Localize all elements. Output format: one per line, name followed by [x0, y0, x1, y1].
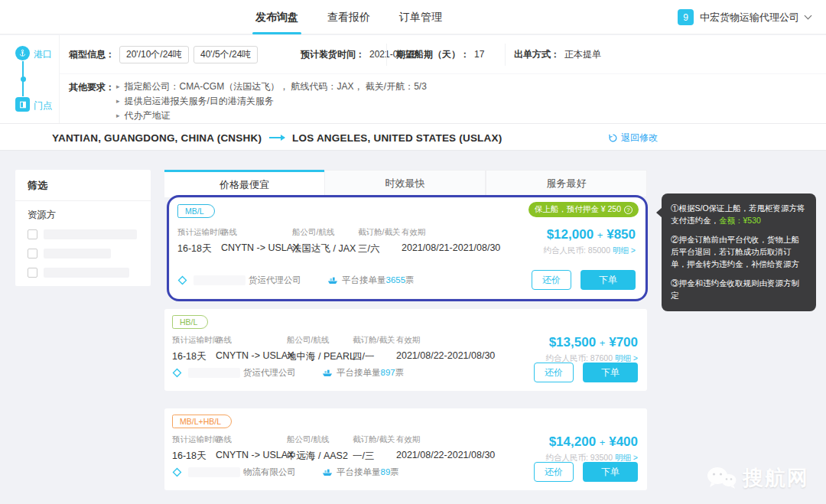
counter-offer-button[interactable]: 还价 [534, 462, 574, 482]
redacted-label-bar [44, 268, 129, 278]
validity-value: 2021/08/22-2021/08/30 [396, 450, 524, 460]
counter-offer-button[interactable]: 还价 [532, 270, 571, 290]
tab-cheapest-price[interactable]: 价格最便宜 [164, 170, 324, 197]
door-label: 门点 [34, 99, 52, 112]
return-modify-link[interactable]: 退回修改 [608, 124, 658, 151]
user-menu[interactable]: 9 中宏货物运输代理公司 [678, 0, 811, 34]
orders-prefix: 平台接单量 [337, 467, 381, 476]
divider [386, 44, 387, 66]
tab-best-service[interactable]: 服务最好 [486, 170, 647, 197]
redacted-label-bar [44, 249, 111, 259]
transit-label: 预计运输时间 [172, 335, 216, 346]
detail-link[interactable]: 明细 > [615, 353, 638, 363]
route-label: 路线 [216, 434, 287, 445]
carrier-label: 船公司/航线 [287, 434, 353, 445]
watermark: 搜航网 [705, 464, 809, 492]
summary-row-2: 其他要求： ▸指定船公司：CMA-CGM（法国达飞）， 航线代码：JAX， 截关… [60, 74, 826, 123]
price-block: $12,000 + ¥850 约合人民币: 85000 明细 > [529, 227, 636, 256]
price-block: $14,200 + ¥400 约合人民币: 93500 明细 > [524, 434, 638, 463]
redacted-company-prefix [193, 275, 246, 285]
route-bar: YANTIAN, GUANGDONG, CHINA (CNSHK) LOS AN… [0, 123, 826, 151]
triangle-bullet-icon: ▸ [116, 96, 120, 107]
port-anchor-icon [15, 46, 30, 60]
price-plus: + [600, 337, 606, 349]
route-value: CNYTN -> USLAX [216, 350, 287, 361]
tooltip-amount-highlight: 金额：¥530 [719, 216, 761, 225]
question-icon[interactable]: ? [624, 206, 633, 214]
summary-row-1: 箱型信息： 20'/10个/24吨 40'/5个/24吨 预计装货时间： 202… [60, 35, 826, 74]
price-cny: ¥850 [606, 227, 636, 242]
requirement-text: 提供启运港报关服务/目的港清关服务 [125, 96, 274, 107]
platform-orders: 平台接单量3655票 [327, 275, 415, 286]
forwarder-name: 货运代理公司 [249, 275, 301, 286]
transit-value: 16-18天 [177, 242, 221, 255]
transit-label: 预计运输时间 [177, 227, 221, 238]
approx-cny: 约合人民币: 85000 [543, 245, 610, 255]
platform-orders: 平台接单量89票 [322, 467, 399, 478]
cutoff-label: 截订舱/截关 [353, 335, 396, 346]
requirement-text: 代办产地证 [125, 110, 171, 122]
orders-suffix: 票 [405, 275, 415, 285]
price-usd: $13,500 [549, 335, 596, 350]
container-spec-20ft: 20'/10个/24吨 [119, 46, 189, 63]
triangle-bullet-icon: ▸ [116, 81, 120, 93]
schedule-group: 期望船期（天）： 17 [396, 35, 484, 73]
arrow-right-icon [269, 137, 285, 138]
offer-actions: 还价 下单 [534, 363, 638, 382]
orders-prefix: 平台接单量 [342, 275, 386, 285]
ship-icon [327, 276, 338, 285]
door-icon [15, 97, 30, 112]
detail-link[interactable]: 明细 > [615, 453, 638, 462]
offer-footer: 货运代理公司 平台接单量3655票 还价 下单 [177, 270, 636, 290]
nav-tab-publish-inquiry[interactable]: 发布询盘 [252, 0, 301, 34]
tooltip-paragraph-1: ①根据S/O保证上船，若甩柜资源方将支付违约金，金额：¥530 [671, 203, 807, 227]
ship-icon [322, 468, 333, 476]
requirement-text: 指定船公司：CMA-CGM（法国达飞）， 航线代码：JAX， 截关/开航：5/3 [125, 81, 427, 93]
price-usd: $14,200 [549, 434, 596, 449]
cutoff-value: 四/一 [353, 350, 396, 363]
transit-value: 16-18天 [172, 350, 216, 363]
destination-port: LOS ANGELES, UNITED STATES (USLAX) [292, 132, 502, 144]
price-plus: + [597, 229, 603, 241]
resource-checkbox[interactable] [28, 249, 37, 259]
deposit-badge: 保上船，预付押金 ¥ 250 ? [528, 202, 639, 217]
resource-option [15, 263, 151, 282]
offer-data-row: 预计运输时间16-18天 路线CNYTN -> USLAX 船公司/航线中远海 … [172, 434, 638, 463]
forwarder-name: 物流有限公司 [243, 467, 296, 478]
resource-option [15, 225, 151, 244]
route-mid-dot [21, 76, 26, 82]
bl-type-label: 出单方式： [514, 48, 560, 61]
approx-cny: 约合人民币: 93500 [545, 453, 613, 462]
place-order-button[interactable]: 下单 [583, 462, 638, 482]
schedule-value: 17 [474, 49, 484, 60]
offer-card-mbl: MB/L 保上船，预付押金 ¥ 250 ? 预计运输时间16-18天 路线CNY… [170, 198, 645, 298]
requirement-item: ▸代办产地证 [116, 110, 427, 122]
diamond-icon [177, 275, 187, 285]
carrier-value: 中远海 / AAS2 [287, 450, 353, 463]
resource-group-label: 资源方 [15, 201, 151, 225]
tab-fastest-transit[interactable]: 时效最快 [324, 170, 486, 197]
route-summary: YANTIAN, GUANGDONG, CHINA (CNSHK) LOS AN… [52, 124, 502, 151]
divider [505, 44, 506, 66]
validity-value: 2021/08/21-2021/08/30 [402, 242, 529, 253]
deposit-badge-text: 保上船，预付押金 ¥ 250 [535, 204, 621, 215]
filter-sidebar: 筛选 资源方 [15, 170, 151, 286]
orders-prefix: 平台接单量 [337, 368, 381, 377]
counter-offer-button[interactable]: 还价 [534, 363, 574, 382]
orders-count: 897 [381, 368, 395, 377]
resource-checkbox[interactable] [28, 268, 37, 278]
nav-tab-view-quotes[interactable]: 查看报价 [324, 0, 373, 34]
route-label: 路线 [216, 335, 287, 346]
place-order-button[interactable]: 下单 [580, 270, 636, 290]
detail-link[interactable]: 明细 > [613, 245, 636, 255]
redacted-company-prefix [188, 467, 240, 477]
orders-suffix: 票 [395, 368, 405, 377]
place-order-button[interactable]: 下单 [583, 363, 638, 382]
route-value: CNYTN -> USLAX [221, 242, 292, 253]
orders-count: 89 [381, 467, 391, 476]
nav-tab-order-management[interactable]: 订单管理 [396, 0, 445, 34]
bl-type-tag: HB/L [172, 315, 208, 329]
transit-value: 16-18天 [172, 450, 216, 463]
filter-title: 筛选 [15, 170, 151, 201]
resource-checkbox[interactable] [28, 229, 37, 239]
